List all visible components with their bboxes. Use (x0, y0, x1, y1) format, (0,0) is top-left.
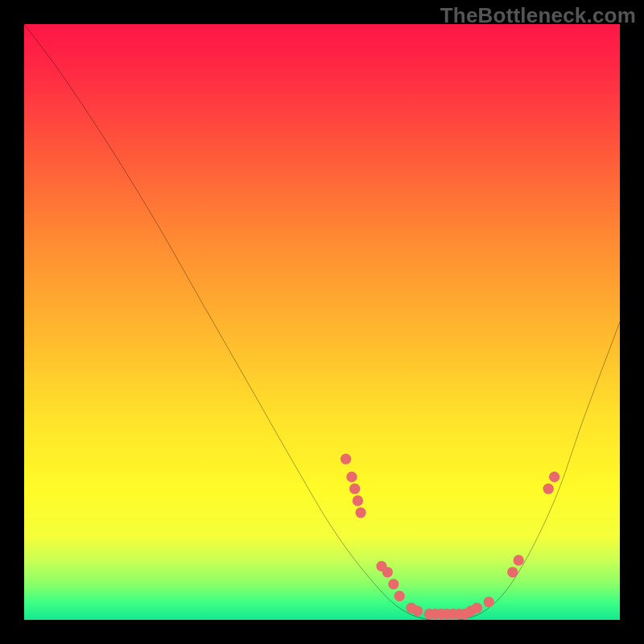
chart-frame: TheBottleneck.com (0, 0, 644, 644)
watermark-text: TheBottleneck.com (440, 3, 636, 28)
curve-marker (394, 591, 405, 601)
bottleneck-curve (24, 24, 620, 620)
curve-marker (543, 484, 554, 494)
curve-markers (341, 454, 559, 620)
curve-marker (472, 603, 482, 613)
curve-marker (346, 472, 357, 482)
curve-marker (484, 597, 494, 607)
curve-marker (412, 605, 423, 616)
plot-area (24, 24, 620, 620)
curve-marker (355, 507, 365, 518)
curve-marker (388, 579, 398, 589)
curve-marker (514, 555, 524, 565)
curve-marker (341, 454, 351, 464)
curve-marker (382, 567, 393, 577)
curve-marker (549, 472, 559, 482)
curve-svg (24, 24, 620, 620)
curve-marker (349, 484, 360, 494)
curve-marker (353, 495, 363, 506)
curve-marker (507, 567, 518, 577)
